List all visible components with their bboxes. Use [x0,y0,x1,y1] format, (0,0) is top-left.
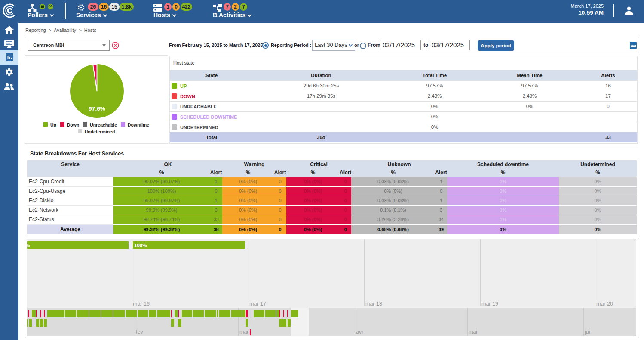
svg-text:CSV: CSV [631,45,635,47]
svg-text:97.6%: 97.6% [89,105,105,112]
